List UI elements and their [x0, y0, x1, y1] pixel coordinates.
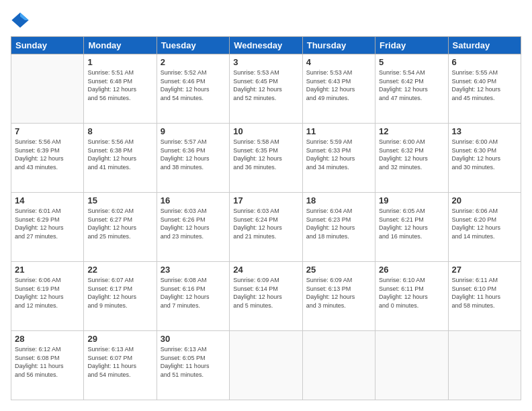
day-info: Sunrise: 6:04 AM Sunset: 6:23 PM Dayligh…: [306, 207, 371, 240]
calendar-cell: 29Sunrise: 6:13 AM Sunset: 6:07 PM Dayli…: [84, 331, 157, 400]
calendar-cell: 1Sunrise: 5:51 AM Sunset: 6:48 PM Daylig…: [84, 54, 157, 124]
day-number: 29: [87, 334, 152, 344]
day-number: 1: [87, 57, 152, 67]
calendar-week-2: 7Sunrise: 5:56 AM Sunset: 6:39 PM Daylig…: [11, 124, 521, 193]
calendar-week-3: 14Sunrise: 6:01 AM Sunset: 6:29 PM Dayli…: [11, 193, 521, 262]
day-number: 6: [452, 57, 517, 67]
calendar-cell: 14Sunrise: 6:01 AM Sunset: 6:29 PM Dayli…: [11, 193, 84, 262]
weekday-header-row: SundayMondayTuesdayWednesdayThursdayFrid…: [11, 37, 521, 54]
day-number: 24: [233, 265, 298, 275]
calendar-cell: 17Sunrise: 6:03 AM Sunset: 6:24 PM Dayli…: [230, 193, 302, 262]
calendar-cell: 7Sunrise: 5:56 AM Sunset: 6:39 PM Daylig…: [11, 124, 84, 193]
day-number: 11: [306, 126, 371, 136]
calendar-cell: 22Sunrise: 6:07 AM Sunset: 6:17 PM Dayli…: [84, 262, 157, 331]
day-info: Sunrise: 6:01 AM Sunset: 6:29 PM Dayligh…: [15, 207, 80, 240]
day-number: 9: [161, 126, 226, 136]
day-info: Sunrise: 6:00 AM Sunset: 6:30 PM Dayligh…: [452, 138, 517, 171]
day-number: 14: [15, 195, 80, 205]
day-info: Sunrise: 6:06 AM Sunset: 6:20 PM Dayligh…: [452, 207, 517, 240]
day-number: 8: [87, 126, 152, 136]
calendar-cell: 9Sunrise: 5:57 AM Sunset: 6:36 PM Daylig…: [157, 124, 229, 193]
day-info: Sunrise: 6:02 AM Sunset: 6:27 PM Dayligh…: [87, 207, 152, 240]
calendar-cell: 26Sunrise: 6:10 AM Sunset: 6:11 PM Dayli…: [375, 262, 448, 331]
calendar-cell: [448, 331, 521, 400]
weekday-header-sunday: Sunday: [11, 37, 84, 54]
calendar-cell: 6Sunrise: 5:55 AM Sunset: 6:40 PM Daylig…: [448, 54, 521, 124]
calendar-cell: 25Sunrise: 6:09 AM Sunset: 6:13 PM Dayli…: [302, 262, 375, 331]
day-number: 26: [379, 265, 444, 275]
day-info: Sunrise: 5:56 AM Sunset: 6:38 PM Dayligh…: [87, 138, 152, 171]
calendar-cell: [375, 331, 448, 400]
day-info: Sunrise: 6:07 AM Sunset: 6:17 PM Dayligh…: [87, 276, 152, 310]
calendar-cell: [11, 54, 84, 124]
calendar-cell: 11Sunrise: 5:59 AM Sunset: 6:33 PM Dayli…: [302, 124, 375, 193]
day-info: Sunrise: 5:53 AM Sunset: 6:43 PM Dayligh…: [306, 68, 371, 102]
day-number: 3: [233, 57, 298, 67]
day-number: 4: [306, 57, 371, 67]
header: [11, 11, 521, 30]
calendar-cell: 16Sunrise: 6:03 AM Sunset: 6:26 PM Dayli…: [157, 193, 229, 262]
day-info: Sunrise: 6:10 AM Sunset: 6:11 PM Dayligh…: [379, 276, 444, 310]
day-info: Sunrise: 5:59 AM Sunset: 6:33 PM Dayligh…: [306, 138, 371, 171]
day-info: Sunrise: 6:13 AM Sunset: 6:05 PM Dayligh…: [161, 345, 226, 379]
day-info: Sunrise: 5:54 AM Sunset: 6:42 PM Dayligh…: [379, 68, 444, 102]
day-info: Sunrise: 5:52 AM Sunset: 6:46 PM Dayligh…: [161, 68, 226, 102]
day-info: Sunrise: 5:51 AM Sunset: 6:48 PM Dayligh…: [87, 68, 152, 102]
calendar-cell: 23Sunrise: 6:08 AM Sunset: 6:16 PM Dayli…: [157, 262, 229, 331]
day-info: Sunrise: 6:03 AM Sunset: 6:24 PM Dayligh…: [233, 207, 298, 240]
calendar-cell: 8Sunrise: 5:56 AM Sunset: 6:38 PM Daylig…: [84, 124, 157, 193]
calendar-week-1: 1Sunrise: 5:51 AM Sunset: 6:48 PM Daylig…: [11, 54, 521, 124]
day-info: Sunrise: 6:03 AM Sunset: 6:26 PM Dayligh…: [161, 207, 226, 240]
day-number: 27: [452, 265, 517, 275]
day-info: Sunrise: 6:06 AM Sunset: 6:19 PM Dayligh…: [15, 276, 80, 310]
calendar-cell: 12Sunrise: 6:00 AM Sunset: 6:32 PM Dayli…: [375, 124, 448, 193]
calendar-cell: 18Sunrise: 6:04 AM Sunset: 6:23 PM Dayli…: [302, 193, 375, 262]
day-number: 21: [15, 265, 80, 275]
calendar-cell: 21Sunrise: 6:06 AM Sunset: 6:19 PM Dayli…: [11, 262, 84, 331]
calendar-cell: 10Sunrise: 5:58 AM Sunset: 6:35 PM Dayli…: [230, 124, 302, 193]
day-number: 13: [452, 126, 517, 136]
day-info: Sunrise: 5:55 AM Sunset: 6:40 PM Dayligh…: [452, 68, 517, 102]
calendar-week-5: 28Sunrise: 6:12 AM Sunset: 6:08 PM Dayli…: [11, 331, 521, 400]
day-number: 30: [161, 334, 226, 344]
day-number: 18: [306, 195, 371, 205]
calendar-cell: 19Sunrise: 6:05 AM Sunset: 6:21 PM Dayli…: [375, 193, 448, 262]
weekday-header-wednesday: Wednesday: [230, 37, 302, 54]
calendar-cell: [302, 331, 375, 400]
day-number: 17: [233, 195, 298, 205]
day-info: Sunrise: 5:53 AM Sunset: 6:45 PM Dayligh…: [233, 68, 298, 102]
day-info: Sunrise: 5:56 AM Sunset: 6:39 PM Dayligh…: [15, 138, 80, 171]
calendar-cell: 15Sunrise: 6:02 AM Sunset: 6:27 PM Dayli…: [84, 193, 157, 262]
day-number: 10: [233, 126, 298, 136]
weekday-header-friday: Friday: [375, 37, 448, 54]
logo: [11, 11, 32, 30]
calendar-table: SundayMondayTuesdayWednesdayThursdayFrid…: [11, 36, 521, 400]
logo-icon: [11, 11, 30, 30]
day-number: 22: [87, 265, 152, 275]
day-number: 19: [379, 195, 444, 205]
day-info: Sunrise: 6:08 AM Sunset: 6:16 PM Dayligh…: [161, 276, 226, 310]
calendar-cell: 30Sunrise: 6:13 AM Sunset: 6:05 PM Dayli…: [157, 331, 229, 400]
calendar-cell: 24Sunrise: 6:09 AM Sunset: 6:14 PM Dayli…: [230, 262, 302, 331]
day-info: Sunrise: 6:00 AM Sunset: 6:32 PM Dayligh…: [379, 138, 444, 171]
calendar-page: SundayMondayTuesdayWednesdayThursdayFrid…: [0, 0, 532, 411]
calendar-week-4: 21Sunrise: 6:06 AM Sunset: 6:19 PM Dayli…: [11, 262, 521, 331]
calendar-cell: [230, 331, 302, 400]
calendar-cell: 3Sunrise: 5:53 AM Sunset: 6:45 PM Daylig…: [230, 54, 302, 124]
calendar-cell: 5Sunrise: 5:54 AM Sunset: 6:42 PM Daylig…: [375, 54, 448, 124]
calendar-cell: 28Sunrise: 6:12 AM Sunset: 6:08 PM Dayli…: [11, 331, 84, 400]
day-number: 25: [306, 265, 371, 275]
weekday-header-tuesday: Tuesday: [157, 37, 229, 54]
weekday-header-thursday: Thursday: [302, 37, 375, 54]
day-info: Sunrise: 6:13 AM Sunset: 6:07 PM Dayligh…: [87, 345, 152, 379]
day-info: Sunrise: 5:58 AM Sunset: 6:35 PM Dayligh…: [233, 138, 298, 171]
day-number: 15: [87, 195, 152, 205]
day-number: 16: [161, 195, 226, 205]
day-info: Sunrise: 6:09 AM Sunset: 6:13 PM Dayligh…: [306, 276, 371, 310]
calendar-cell: 13Sunrise: 6:00 AM Sunset: 6:30 PM Dayli…: [448, 124, 521, 193]
weekday-header-saturday: Saturday: [448, 37, 521, 54]
day-number: 28: [15, 334, 80, 344]
calendar-cell: 27Sunrise: 6:11 AM Sunset: 6:10 PM Dayli…: [448, 262, 521, 331]
day-number: 7: [15, 126, 80, 136]
calendar-cell: 20Sunrise: 6:06 AM Sunset: 6:20 PM Dayli…: [448, 193, 521, 262]
